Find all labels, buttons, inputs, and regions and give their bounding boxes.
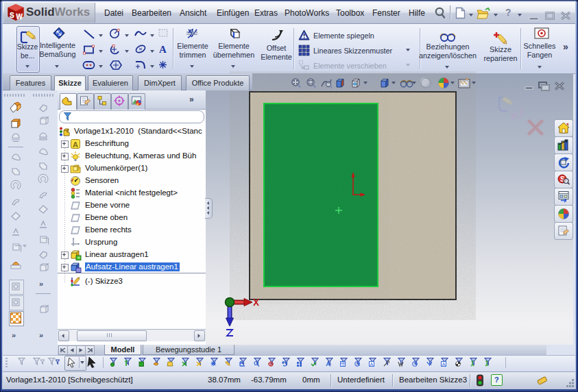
svg-text:W: W	[16, 13, 23, 21]
svg-text:A: A	[73, 140, 78, 149]
svg-text:S: S	[10, 12, 14, 19]
svg-text:A: A	[159, 44, 167, 55]
svg-text:N: N	[357, 362, 360, 367]
svg-text:A: A	[370, 362, 374, 367]
svg-text:A: A	[442, 361, 446, 367]
svg-text:√: √	[329, 363, 332, 367]
